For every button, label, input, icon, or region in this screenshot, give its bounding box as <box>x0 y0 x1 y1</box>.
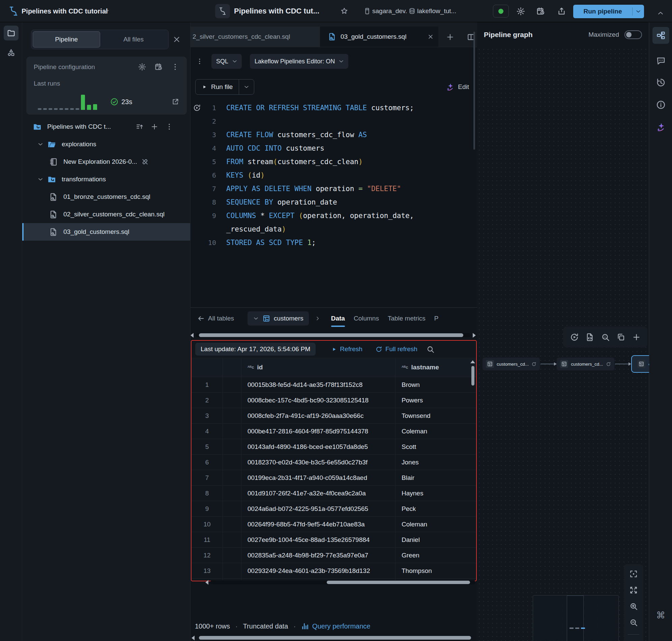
pipeline-status-button[interactable] <box>493 5 509 17</box>
code-line[interactable]: 5FROM stream(customers_cdc_clean) <box>190 155 477 168</box>
language-select[interactable]: SQL <box>212 54 242 69</box>
search-graph-icon[interactable] <box>601 333 610 342</box>
add-file-icon[interactable] <box>150 123 159 131</box>
code-line[interactable]: 9COLUMNS * EXCEPT (operation, operation_… <box>190 209 477 222</box>
new-tab-plus-icon[interactable] <box>446 33 455 41</box>
close-tab-icon[interactable] <box>428 34 434 40</box>
selection-cell[interactable] <box>223 517 241 532</box>
files-folder-icon[interactable] <box>4 26 18 40</box>
selection-cell[interactable] <box>223 393 241 408</box>
run-file-options-button[interactable] <box>239 80 254 94</box>
tree-item-01-bronze-customers-cdc-sql[interactable]: 01_bronze_customers_cdc.sql <box>22 188 190 206</box>
results-horizontal-scrollbar[interactable] <box>190 332 476 338</box>
selection-cell[interactable] <box>223 486 241 501</box>
code-line[interactable]: 10STORED AS SCD TYPE 1; <box>190 236 477 249</box>
sort-icon[interactable] <box>136 123 144 131</box>
maximized-toggle[interactable] <box>624 30 642 39</box>
code-scrollbar[interactable] <box>473 32 475 150</box>
selection-cell[interactable] <box>223 532 241 547</box>
code-line[interactable]: 3CREATE FLOW customers_cdc_flow AS <box>190 128 477 141</box>
tree-item-pipelines-with-cdc-t-[interactable]: Pipelines with CDC t... <box>22 118 190 136</box>
column-header-lastname[interactable]: ᴬᴮᴄlastname <box>395 364 476 371</box>
bottom-scrollbar-thumb[interactable] <box>199 636 471 640</box>
add-node-plus-icon[interactable] <box>632 333 641 342</box>
table-row[interactable]: 90024a6ad-b072-4225-951a-0577efd02565Pec… <box>191 501 476 517</box>
selection-cell[interactable] <box>223 563 241 578</box>
run-bar[interactable] <box>81 95 85 110</box>
scroll-left-arrow[interactable] <box>190 333 193 338</box>
code-line[interactable]: _rescued_data) <box>190 222 477 236</box>
code-editor[interactable]: 1CREATE OR REFRESH STREAMING TABLE custo… <box>190 98 477 308</box>
config-schedule-icon[interactable] <box>154 63 163 71</box>
tab-all-files[interactable]: All files <box>100 31 167 47</box>
tree-item-02-silver-customers-cdc-clean-sql[interactable]: 02_silver_customers_cdc_clean.sql <box>22 206 190 223</box>
catalog-shapes-icon[interactable] <box>6 48 16 57</box>
vscrollbar-thumb[interactable] <box>471 366 474 385</box>
table-row[interactable]: 20008cbec-157c-4bd5-bc90-323085125418Pow… <box>191 393 476 408</box>
selection-cell[interactable] <box>223 548 241 563</box>
assistant-edit-button[interactable]: Edit <box>446 83 469 91</box>
table-row[interactable]: 1300293249-24ea-4601-a23b-73569b18d132Th… <box>191 563 476 579</box>
run-file-button[interactable]: Run file <box>195 79 254 95</box>
assistant-rail-sparkle-icon[interactable] <box>656 122 666 132</box>
table-row[interactable]: 110027ee9b-1004-45ce-88ad-135e26579884Da… <box>191 532 476 548</box>
code-line[interactable]: 8SEQUENCE BY operation_date <box>190 195 477 209</box>
last-runs-chart[interactable]: 23s <box>38 94 179 110</box>
keyboard-shortcuts-command-icon[interactable]: ⌘ <box>656 610 665 621</box>
bottom-scroll-left-arrow[interactable] <box>191 636 194 640</box>
schema-name[interactable]: lakeflow_tut... <box>417 8 456 15</box>
zoom-in-icon[interactable] <box>629 602 638 611</box>
graph-canvas[interactable]: customers_cd...customers_cd...customers <box>477 47 649 641</box>
table-row[interactable]: 700199eca-2b31-4f17-a940-c059a14c8aedBla… <box>191 470 476 486</box>
schedule-calendar-icon[interactable] <box>536 7 545 16</box>
drag-handle-icon[interactable] <box>196 56 203 66</box>
scroll-right-arrow[interactable] <box>473 333 476 338</box>
full-refresh-button[interactable]: Full refresh <box>375 345 417 353</box>
column-header-id[interactable]: ᴬᴮᴄid <box>241 357 395 377</box>
grid-vertical-scrollbar[interactable] <box>471 360 474 391</box>
all-tables-back-button[interactable]: All tables <box>197 315 234 322</box>
table-row[interactable]: 8001d9107-26f2-41e7-a32e-4f0cea9c2a0aHay… <box>191 486 476 501</box>
scrollbar-thumb[interactable] <box>199 333 463 337</box>
pipelines-editor-mode-select[interactable]: Lakeflow Pipelines Editor: ON <box>250 54 348 69</box>
table-selector[interactable]: customers <box>247 311 309 326</box>
graph-minimap[interactable] <box>533 595 619 641</box>
results-tab-columns[interactable]: Columns <box>354 308 379 329</box>
catalog-breadcrumb[interactable]: sagara_dev. lakeflow_tut... <box>363 0 456 22</box>
selection-cell[interactable] <box>223 501 241 516</box>
selection-cell[interactable] <box>223 439 241 454</box>
drawer-bottom-scrollbar[interactable] <box>191 635 474 640</box>
run-bar[interactable] <box>93 104 97 110</box>
kebab-menu-icon[interactable] <box>165 123 173 131</box>
table-row[interactable]: 100015b38-fe5d-4d14-ae35-f78f13f152c8Bro… <box>191 377 476 393</box>
selection-cell[interactable] <box>223 470 241 485</box>
share-icon[interactable] <box>557 7 566 16</box>
collapse-chevron-up-icon[interactable] <box>657 10 664 17</box>
pipeline-graph-rail-icon[interactable] <box>653 27 669 44</box>
tree-item-new-exploration-2026-0-[interactable]: New Exploration 2026-0... <box>22 153 190 171</box>
copy-node-icon[interactable] <box>616 333 626 342</box>
selection-cell[interactable] <box>223 408 241 423</box>
graph-node-customers-cd-[interactable]: customers_cd... <box>483 357 540 370</box>
open-run-external-icon[interactable] <box>171 98 179 106</box>
config-gear-icon[interactable] <box>138 63 146 71</box>
scroll-up-arrow[interactable] <box>470 360 475 363</box>
favorite-star-icon[interactable] <box>340 7 348 15</box>
selection-cell[interactable] <box>223 424 241 439</box>
center-focus-icon[interactable] <box>629 570 638 578</box>
code-line[interactable]: 1CREATE OR REFRESH STREAMING TABLE custo… <box>190 101 477 114</box>
table-row[interactable]: 12002835a5-a248-4b98-bf29-77e35a97e0a7Gr… <box>191 548 476 563</box>
code-line[interactable]: 4AUTO CDC INTO customers <box>190 141 477 155</box>
sidebar-close-icon[interactable] <box>173 36 181 43</box>
run-pipeline-button[interactable]: Run pipeline <box>573 5 644 18</box>
info-icon[interactable] <box>656 100 666 110</box>
config-kebab-icon[interactable] <box>171 63 179 71</box>
results-tab-data[interactable]: Data <box>331 308 345 329</box>
table-row[interactable]: 30008cfeb-2f7a-491c-af19-260aaa30e66cTow… <box>191 408 476 424</box>
fit-to-screen-icon[interactable] <box>629 586 638 595</box>
comments-icon[interactable] <box>656 56 666 66</box>
tree-item-transformations[interactable]: transformations <box>22 171 190 188</box>
code-line[interactable]: 7APPLY AS DELETE WHEN operation = "DELET… <box>190 182 477 195</box>
workspace-chevron-down-icon[interactable] <box>103 8 110 14</box>
grid-horizontal-scrollbar[interactable] <box>205 579 475 585</box>
